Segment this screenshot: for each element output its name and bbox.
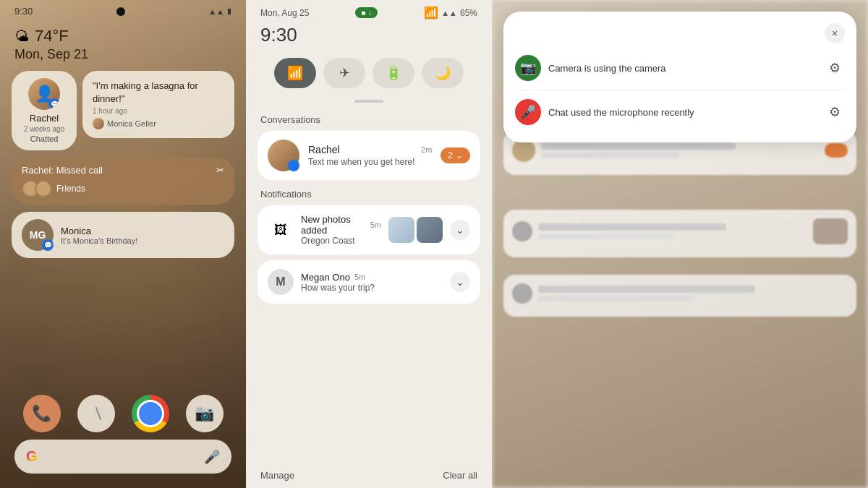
missed-call-icon: ✂ [216,165,224,176]
photo-thumb-2 [417,217,443,243]
bg-text-3 [538,286,848,301]
message-bubble[interactable]: "I'm making a lasagna for dinner!" 1 hou… [82,71,234,138]
mic-perm-gear[interactable]: ⚙ [825,102,845,122]
rachel-avatar: 👤 💬 [28,78,60,110]
bg-thumb-2 [813,218,848,244]
monica-info: Monica It's Monica's Birthday! [61,226,137,245]
conv-count: 2 [448,150,453,160]
permission-dialog: × 📷 Camera is using the camera ⚙ 🎤 Chat … [503,12,856,142]
missed-call-title: Rachel: Missed call [22,165,103,176]
chat-badge: 💬 [48,98,60,110]
dialog-close-btn[interactable]: × [825,23,845,43]
rachel-bubble[interactable]: 👤 💬 Rachel 2 weeks ago Chatted [12,71,77,150]
photos-notification[interactable]: 🖼 New photos added 5m Oregon Coast ⌄ [258,205,480,254]
conv-name: Rachel [308,144,340,155]
wifi-toggle[interactable]: 📶 [274,58,316,88]
camera-perm-icon: 📷 [515,55,541,81]
friend-avatar-2 [35,180,52,197]
rachel-conv-avatar [268,140,299,171]
bg-icon-2 [512,221,532,241]
clear-all-button[interactable]: Clear all [443,470,477,481]
megan-notification[interactable]: M Megan Ono 5m How was your trip? ⌄ [258,260,480,304]
conv-message: Text me when you get here! [308,157,432,167]
perm-divider [515,90,845,90]
battery-saver-toggle[interactable]: 🔋 [373,58,414,88]
rachel-time: 2 weeks ago [24,125,64,133]
home-time: 9:30 [14,6,33,17]
rachel-name: Rachel [30,113,59,124]
conv-count-badge[interactable]: 2 ⌄ [441,147,470,163]
bg-notif-3 [503,275,856,317]
mic-icon[interactable]: 🎤 [204,449,220,465]
missed-call-bubble[interactable]: Rachel: Missed call ✂ Friends [12,158,234,205]
assistant-svg [88,405,105,422]
conv-time: 2m [421,145,432,154]
screen-record-indicator: ■ ↓ [355,7,378,18]
signal-bars: ▲▲ [441,9,457,17]
monica-bubble[interactable]: MG 💬 Monica It's Monica's Birthday! [12,212,234,258]
airplane-toggle[interactable]: ✈ [323,58,365,88]
shade-footer: Manage Clear all [246,463,492,488]
rachel-row: 👤 💬 Rachel 2 weeks ago Chatted "I'm maki… [12,71,234,150]
monica-sub: It's Monica's Birthday! [61,236,137,245]
photo-thumb-1 [388,217,414,243]
weather-icon: 🌤 [14,28,29,45]
camera-icon-dock[interactable]: 📷 [186,395,224,432]
google-logo: G [26,448,38,465]
sender-avatar [93,118,104,129]
signal-icon: ▲▲ [208,7,224,16]
megan-sub: How was your trip? [301,283,443,293]
rachel-status: Chatted [30,134,59,143]
megan-title: Megan Ono [301,272,350,283]
dock-icons: 📞 📷 [14,395,231,432]
bg-text-1 [541,142,819,158]
photos-title-row: New photos added 5m [301,214,381,236]
photos-title: New photos added [301,214,366,236]
monica-avatar: MG 💬 [22,219,54,251]
message-text: "I'm making a lasagna for dinner!" [93,80,224,106]
wifi-icon: 📶 [424,6,438,20]
mic-perm-icon: 🎤 [515,99,541,125]
photos-expand-btn[interactable]: ⌄ [450,220,470,240]
sender-row: Monica Geller [93,118,224,129]
megan-notif-body: Megan Ono 5m How was your trip? [301,272,443,293]
megan-time: 5m [354,273,365,281]
friends-avatars [22,180,52,197]
megan-title-row: Megan Ono 5m [301,272,443,283]
screen-rec-arrow: ↓ [368,9,372,17]
dialog-header: × [515,23,845,43]
home-status-bar: 9:30 ▲▲ ▮ [0,0,246,20]
manage-button[interactable]: Manage [260,470,294,481]
megan-expand-btn[interactable]: ⌄ [450,272,470,292]
dnd-toggle[interactable]: 🌙 [422,58,464,88]
search-bar[interactable]: G 🎤 [14,440,231,474]
home-screen-panel: 9:30 ▲▲ ▮ 🌤 74°F Mon, Sep 21 👤 💬 Rachel … [0,0,246,488]
battery-icon: ▮ [227,7,231,16]
shade-handle [354,100,383,103]
conv-body: Rachel 2m Text me when you get here! [308,144,432,167]
mic-permission-item: 🎤 Chat used the microphone recently ⚙ [515,93,845,131]
monica-chat-badge: 💬 [42,239,54,251]
photos-time: 5m [370,221,381,229]
svg-line-0 [96,408,101,419]
home-date: Mon, Sep 21 [14,47,231,62]
dnd-icon: 🌙 [435,65,451,81]
bg-notif-2 [503,210,856,257]
phone-icon[interactable]: 📞 [23,395,61,432]
notification-shade-panel: Mon, Aug 25 ■ ↓ 📶 ▲▲ 65% 9:30 📶 ✈ 🔋 🌙 [246,0,492,488]
assistant-icon[interactable] [77,395,115,432]
conv-badge [288,160,299,171]
bg-badge-1 [825,143,848,158]
megan-app-icon: M [268,269,294,295]
battery-percent: 65% [460,8,477,18]
camera-permission-item: 📷 Camera is using the camera ⚙ [515,49,845,87]
conversation-card[interactable]: Rachel 2m Text me when you get here! 2 ⌄ [258,131,480,180]
wifi-toggle-icon: 📶 [287,65,303,81]
photos-sub: Oregon Coast [301,236,381,246]
quick-toggles: 📶 ✈ 🔋 🌙 [246,52,492,94]
message-time: 1 hour ago [93,107,224,115]
conversations-label: Conversations [246,108,492,128]
camera-perm-gear[interactable]: ⚙ [825,58,845,78]
chrome-icon[interactable] [132,395,169,432]
notifications-label: Notifications [246,183,492,202]
